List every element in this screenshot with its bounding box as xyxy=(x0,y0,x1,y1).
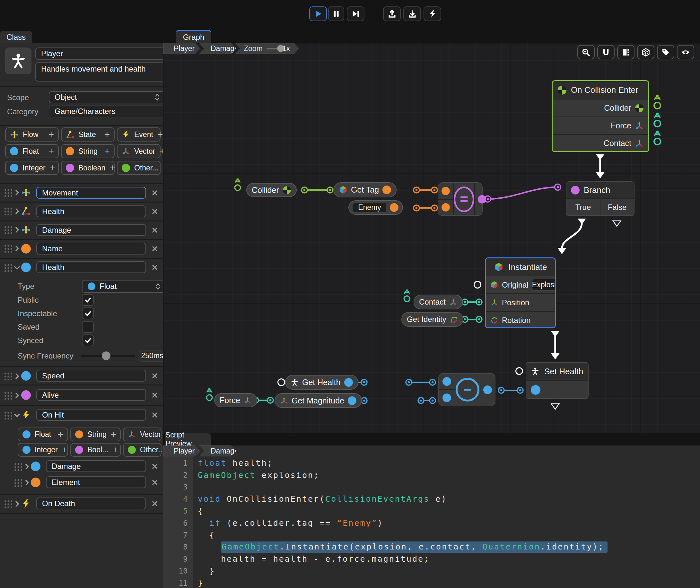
variable-name-input[interactable]: Movement xyxy=(36,187,146,199)
layout-button[interactable] xyxy=(617,45,635,59)
chevron-right-icon[interactable] xyxy=(13,189,21,196)
node-equals[interactable]: = xyxy=(438,182,483,216)
drag-handle[interactable] xyxy=(4,225,12,234)
chevron-right-icon[interactable] xyxy=(13,392,21,399)
branch-true-port[interactable]: True xyxy=(566,198,600,215)
drag-handle[interactable] xyxy=(4,263,12,272)
drag-handle[interactable] xyxy=(4,411,12,419)
add-param-boolean-button[interactable]: Bool...+ xyxy=(70,443,121,457)
string-port-icon[interactable] xyxy=(383,186,391,194)
tab-script-preview[interactable]: Script Preview xyxy=(165,433,211,445)
script-breadcrumb-player[interactable]: Player xyxy=(163,445,200,456)
drag-handle[interactable] xyxy=(4,207,12,215)
param-name-input[interactable]: Element xyxy=(46,476,146,488)
node-subtract[interactable]: − xyxy=(438,373,496,406)
play-button[interactable] xyxy=(309,6,327,21)
add-state-button[interactable]: State+ xyxy=(61,127,115,142)
inspectable-checkbox[interactable] xyxy=(82,307,94,319)
delete-param-icon[interactable] xyxy=(151,463,159,470)
eye-button[interactable] xyxy=(677,45,694,59)
delete-variable-icon[interactable] xyxy=(151,226,159,234)
variable-name-input[interactable]: Speed xyxy=(36,370,146,382)
magnet-button[interactable] xyxy=(597,45,615,59)
drag-handle[interactable] xyxy=(4,372,12,380)
input-b-port[interactable] xyxy=(443,393,451,402)
output-force[interactable]: Force xyxy=(553,117,648,134)
breadcrumb-damage[interactable]: Damage xyxy=(199,43,236,54)
cube-button[interactable] xyxy=(637,45,654,59)
delete-variable-icon[interactable] xyxy=(151,189,159,197)
condition-port[interactable] xyxy=(571,186,580,195)
node-get-magnitude[interactable]: Get Magnitude xyxy=(274,393,362,408)
chevron-right-icon[interactable] xyxy=(13,207,21,215)
float-port-icon[interactable] xyxy=(348,396,357,405)
type-select[interactable]: Float xyxy=(82,280,166,293)
variable-name-input[interactable]: On Hit xyxy=(36,409,146,421)
add-param-integer-button[interactable]: Integer+ xyxy=(18,443,68,457)
chevron-right-icon[interactable] xyxy=(23,479,31,487)
branch-false-port[interactable]: False xyxy=(600,198,634,215)
chevron-right-icon[interactable] xyxy=(13,500,21,508)
zoom-slider[interactable] xyxy=(266,48,278,49)
string-port-icon[interactable] xyxy=(390,203,399,212)
input-value[interactable] xyxy=(526,380,588,399)
delete-variable-icon[interactable] xyxy=(151,391,159,399)
result-port[interactable] xyxy=(483,385,492,394)
variable-name-input[interactable]: Health xyxy=(36,261,146,273)
original-value-input[interactable]: Explosion xyxy=(532,279,556,291)
download-button[interactable] xyxy=(403,6,421,21)
tab-class[interactable]: Class xyxy=(0,31,32,43)
result-port[interactable] xyxy=(478,195,486,203)
drag-handle[interactable] xyxy=(4,244,12,253)
input-position[interactable]: Position xyxy=(486,293,555,311)
add-float-button[interactable]: Float+ xyxy=(5,144,59,158)
delete-variable-icon[interactable] xyxy=(151,411,159,419)
flash-button[interactable] xyxy=(424,6,441,21)
param-name-input[interactable]: Damage xyxy=(46,460,146,472)
input-a-port[interactable] xyxy=(443,377,451,386)
add-string-button[interactable]: String+ xyxy=(61,144,115,158)
add-flow-button[interactable]: Flow+ xyxy=(5,127,59,142)
category-input[interactable]: Game/Characters xyxy=(49,105,165,117)
delete-param-icon[interactable] xyxy=(151,479,159,486)
add-boolean-button[interactable]: Boolean+ xyxy=(61,161,115,175)
variable-name-input[interactable]: Name xyxy=(36,243,146,255)
add-other-button[interactable]: Other... xyxy=(117,161,160,175)
zoom-slider-knob[interactable] xyxy=(277,45,284,52)
public-checkbox[interactable] xyxy=(82,294,94,306)
node-enemy-literal[interactable]: Enemy xyxy=(348,200,403,215)
node-on-collision-enter[interactable]: On Collision Enter Collider Force Contac… xyxy=(552,80,649,152)
node-get-health[interactable]: Get Health xyxy=(285,375,359,390)
drag-handle[interactable] xyxy=(13,478,22,487)
node-set-health[interactable]: Set Health xyxy=(526,362,589,399)
zoom-out-button[interactable] xyxy=(577,45,595,59)
enemy-value-input[interactable]: Enemy xyxy=(353,202,386,213)
code-lines[interactable]: 1float health;2GameObject explosion;34vo… xyxy=(163,457,700,588)
script-breadcrumb-damage[interactable]: Damage xyxy=(199,445,236,456)
float-port-icon[interactable] xyxy=(344,378,353,387)
node-get-tag[interactable]: Get Tag xyxy=(333,182,397,197)
add-integer-button[interactable]: Integer+ xyxy=(5,161,59,175)
input-rotation[interactable]: Rotation xyxy=(486,311,555,328)
chevron-right-icon[interactable] xyxy=(13,226,21,234)
float-port-icon[interactable] xyxy=(531,385,540,395)
output-collider[interactable]: Collider xyxy=(553,99,648,117)
add-event-button[interactable]: Event+ xyxy=(117,127,160,142)
saved-checkbox[interactable] xyxy=(82,321,94,333)
output-contact[interactable]: Contact xyxy=(553,134,648,152)
class-name-input[interactable]: Player xyxy=(35,48,165,60)
breadcrumb-zoom[interactable]: Zoom 1x xyxy=(235,43,299,54)
slider-knob[interactable] xyxy=(102,351,110,360)
add-param-string-button[interactable]: String+ xyxy=(70,428,121,441)
chevron-down-icon[interactable] xyxy=(13,264,21,272)
pause-button[interactable] xyxy=(328,6,344,21)
chevron-right-icon[interactable] xyxy=(23,463,31,471)
node-instantiate[interactable]: Instantiate Original Explosion Position … xyxy=(485,257,556,328)
variable-name-input[interactable]: On Death xyxy=(36,497,146,509)
drag-handle[interactable] xyxy=(4,188,12,197)
delete-variable-icon[interactable] xyxy=(151,372,159,380)
variable-name-input[interactable]: Health xyxy=(36,205,146,217)
synced-checkbox[interactable] xyxy=(82,334,94,346)
node-get-identity[interactable]: Get Identity xyxy=(402,312,463,327)
add-param-other-button[interactable]: Other... xyxy=(123,443,161,457)
